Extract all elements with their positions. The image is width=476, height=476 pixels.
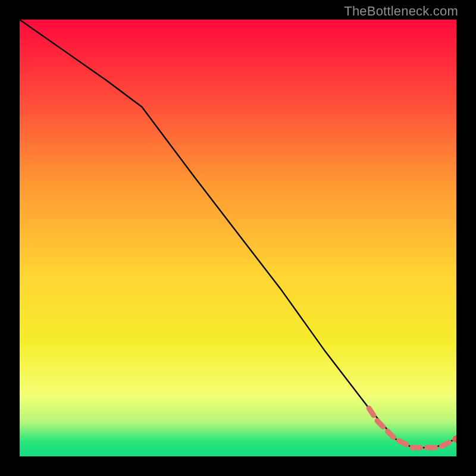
chart-plot-area bbox=[20, 20, 456, 456]
chart-svg bbox=[20, 20, 456, 456]
gradient-background bbox=[20, 20, 456, 456]
chart-stage: TheBottleneck.com bbox=[0, 0, 476, 476]
watermark-text: TheBottleneck.com bbox=[344, 4, 458, 19]
